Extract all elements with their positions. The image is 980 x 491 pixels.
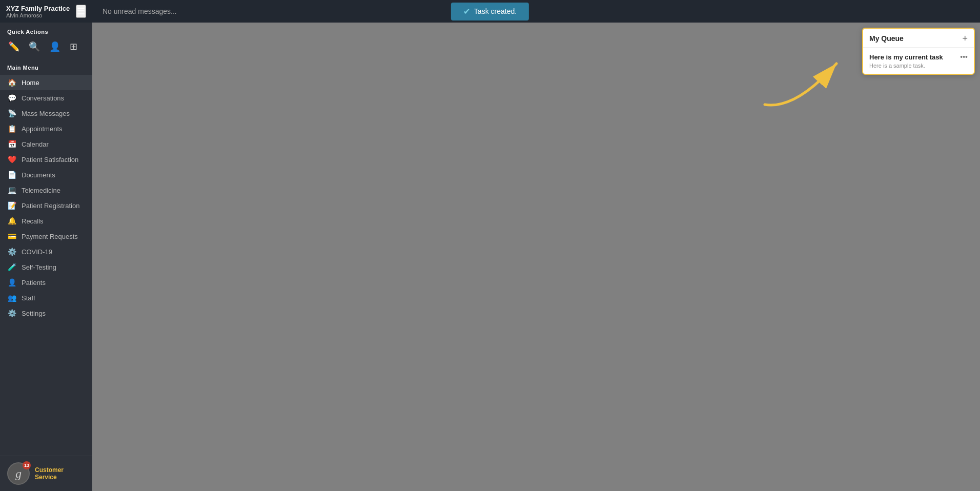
sidebar-item-mass-messages-label: Mass Messages [22,110,70,117]
self-testing-icon: 🧪 [7,263,16,271]
sidebar-item-recalls[interactable]: 🔔 Recalls [0,213,92,229]
task-created-text: Task created. [474,7,517,15]
telemedicine-icon: 💻 [7,186,16,194]
documents-icon: 📄 [7,171,16,179]
sidebar-item-conversations-label: Conversations [22,94,64,102]
compose-button[interactable]: ✏️ [7,40,21,53]
sidebar-item-patients[interactable]: 👤 Patients [0,275,92,290]
sidebar-item-calendar-label: Calendar [22,140,49,148]
quick-actions-icons: ✏️ 🔍 👤 ⊞ [7,40,85,53]
sidebar-item-patient-satisfaction[interactable]: ❤️ Patient Satisfaction [0,152,92,167]
customer-service-badge: 13 [23,461,31,469]
my-queue-title: My Queue [869,34,904,43]
search-button[interactable]: 🔍 [28,40,41,53]
sidebar-item-telemedicine[interactable]: 💻 Telemedicine [0,182,92,198]
no-messages-text: No unread messages... [103,7,177,15]
queue-item-menu-button[interactable]: ••• [960,53,968,61]
my-queue-header: My Queue + [863,29,974,48]
task-created-banner: ✔ Task created. [451,3,529,21]
my-queue-panel: My Queue + Here is my current task ••• H… [862,28,975,75]
main-menu-section: Main Menu 🏠 Home 💬 Conversations 📡 Mass … [0,57,92,456]
queue-item-description: Here is a sample task. [869,63,968,69]
sidebar-item-appointments-label: Appointments [22,125,63,133]
sidebar-item-home-label: Home [22,79,39,87]
sidebar-item-staff-label: Staff [22,294,35,302]
queue-item-header: Here is my current task ••• [869,53,968,61]
conversations-icon: 💬 [7,94,16,102]
customer-service-section[interactable]: g 13 Customer Service [0,456,92,491]
sidebar-item-patient-satisfaction-label: Patient Satisfaction [22,156,78,163]
header-left: XYZ Family Practice Alvin Amoroso ☰ [0,5,92,18]
queue-item-title: Here is my current task [869,53,943,61]
queue-item: Here is my current task ••• Here is a sa… [863,48,974,74]
main-layout: Quick Actions ✏️ 🔍 👤 ⊞ Main Menu 🏠 Home … [0,23,980,491]
patients-icon: 👤 [7,278,16,287]
settings-icon: ⚙️ [7,309,16,317]
mass-messages-icon: 📡 [7,109,16,117]
sidebar-item-mass-messages[interactable]: 📡 Mass Messages [0,106,92,121]
sidebar-item-calendar[interactable]: 📅 Calendar [0,136,92,152]
main-content: My Queue + Here is my current task ••• H… [92,23,980,491]
payment-requests-icon: 💳 [7,232,16,240]
sidebar-item-staff[interactable]: 👥 Staff [0,290,92,305]
check-icon: ✔ [463,7,470,16]
sidebar-item-appointments[interactable]: 📋 Appointments [0,121,92,136]
main-menu-label: Main Menu [0,62,92,75]
sidebar-item-payment-requests-label: Payment Requests [22,233,78,240]
sidebar-item-self-testing[interactable]: 🧪 Self-Testing [0,259,92,275]
sidebar-item-home[interactable]: 🏠 Home [0,75,92,90]
quick-actions-section: Quick Actions ✏️ 🔍 👤 ⊞ [0,23,92,57]
brand-user: Alvin Amoroso [6,12,70,18]
sidebar-item-payment-requests[interactable]: 💳 Payment Requests [0,229,92,244]
arrow-annotation [754,53,857,117]
recalls-icon: 🔔 [7,217,16,225]
header-middle: No unread messages... [92,7,980,15]
sidebar-item-covid19[interactable]: ⚙️ COVID-19 [0,244,92,259]
staff-icon: 👥 [7,294,16,302]
sidebar-item-documents[interactable]: 📄 Documents [0,167,92,182]
customer-service-label: Customer Service [35,466,85,481]
calendar-icon: 📅 [7,140,16,148]
covid19-icon: ⚙️ [7,248,16,256]
sidebar-item-telemedicine-label: Telemedicine [22,187,60,194]
filter-button[interactable]: ⊞ [69,40,78,53]
hamburger-button[interactable]: ☰ [76,5,86,18]
patient-satisfaction-icon: ❤️ [7,155,16,163]
sidebar-item-patients-label: Patients [22,279,46,287]
sidebar-item-covid19-label: COVID-19 [22,248,52,256]
user-add-button[interactable]: 👤 [48,40,62,53]
patient-registration-icon: 📝 [7,201,16,210]
brand-name: XYZ Family Practice [6,5,70,12]
home-icon: 🏠 [7,78,16,87]
sidebar: Quick Actions ✏️ 🔍 👤 ⊞ Main Menu 🏠 Home … [0,23,92,491]
sidebar-item-patient-registration-label: Patient Registration [22,202,79,210]
appointments-icon: 📋 [7,125,16,133]
sidebar-item-self-testing-label: Self-Testing [22,263,56,271]
sidebar-item-patient-registration[interactable]: 📝 Patient Registration [0,198,92,213]
sidebar-item-settings-label: Settings [22,310,46,317]
sidebar-item-settings[interactable]: ⚙️ Settings [0,305,92,321]
header-brand: XYZ Family Practice Alvin Amoroso [6,5,70,18]
avatar-letter: g [15,467,22,481]
sidebar-item-documents-label: Documents [22,171,55,179]
sidebar-item-recalls-label: Recalls [22,217,44,225]
my-queue-add-button[interactable]: + [962,34,968,43]
header-bar: XYZ Family Practice Alvin Amoroso ☰ No u… [0,0,980,23]
quick-actions-label: Quick Actions [7,29,85,35]
avatar: g 13 [7,462,30,485]
sidebar-item-conversations[interactable]: 💬 Conversations [0,90,92,106]
